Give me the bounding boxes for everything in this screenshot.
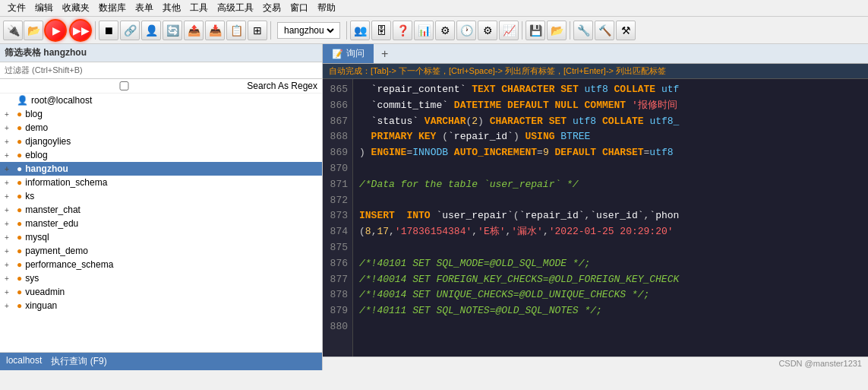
sidebar-item-djangoylies[interactable]: + ● djangoylies [0, 135, 322, 148]
tab-localhost[interactable]: localhost [6, 355, 42, 368]
sidebar-item-hangzhou[interactable]: + ● hangzhou [0, 162, 322, 176]
db-icon: ● [17, 246, 22, 256]
sidebar-item-eblog[interactable]: + ● eblog [0, 148, 322, 162]
user-mgr-btn[interactable]: 👥 [350, 21, 370, 40]
sidebar-item-payment-demo[interactable]: + ● payment_demo [0, 244, 322, 258]
db-icon: ● [17, 191, 22, 201]
new-connection-btn[interactable]: 🔌 [3, 21, 23, 40]
code-editor[interactable]: 865 866 867 868 869 870 871 872 873 874 … [323, 79, 868, 357]
open-btn[interactable]: 📂 [24, 21, 43, 40]
sidebar-item-vueadmin[interactable]: + ● vueadmin [0, 285, 322, 299]
play-all-icon: ▶▶ [73, 24, 90, 36]
sidebar-item-label: root@localhost [31, 95, 92, 106]
menu-advanced[interactable]: 高级工具 [213, 0, 258, 16]
bottom-status: CSDN @manster1231 [323, 357, 868, 370]
schema-btn[interactable]: 🗄 [371, 21, 391, 40]
code-line-880 [359, 319, 862, 335]
stop-btn[interactable]: ⏹ [99, 21, 118, 40]
expand-icon: + [5, 261, 14, 269]
sidebar-item-root[interactable]: 👤 root@localhost [0, 94, 322, 107]
menu-window[interactable]: 窗口 [286, 0, 313, 16]
sidebar-search: Search As Regex [0, 79, 322, 94]
sep3 [346, 21, 347, 40]
menu-table[interactable]: 表单 [131, 0, 158, 16]
backup-btn[interactable]: 💾 [526, 21, 545, 40]
code-line-878: /*!40014 SET UNIQUE_CHECKS=@OLD_UNIQUE_C… [359, 287, 862, 303]
menu-file[interactable]: 文件 [3, 0, 30, 16]
table-btn[interactable]: 📋 [226, 21, 246, 40]
grid-btn[interactable]: ⊞ [248, 21, 267, 40]
search-regex-checkbox[interactable] [5, 81, 244, 90]
monitor-btn[interactable]: 📈 [499, 21, 519, 40]
menu-transaction[interactable]: 交易 [258, 0, 286, 16]
menu-other[interactable]: 其他 [158, 0, 185, 16]
autocomplete-text: 自动完成：[Tab]-> 下一个标签，[Ctrl+Space]-> 列出所有标签… [329, 66, 666, 75]
sidebar-item-blog[interactable]: + ● blog [0, 107, 322, 121]
menu-edit[interactable]: 编辑 [30, 0, 58, 16]
extra1-btn[interactable]: 🔧 [573, 21, 593, 40]
editor-tab-bar: 📝 询问 + [323, 44, 868, 64]
refresh-btn[interactable]: 🔄 [163, 21, 182, 40]
code-line-876: /*!40101 SET SQL_MODE=@OLD_SQL_MODE */; [359, 256, 862, 272]
line-num-871: 871 [327, 177, 348, 193]
sidebar-item-performance-schema[interactable]: + ● performance_schema [0, 258, 322, 271]
tab-query-label: 询问 [346, 47, 365, 60]
history-btn[interactable]: 🕐 [456, 21, 476, 40]
sidebar-item-sys[interactable]: + ● sys [0, 271, 322, 285]
sidebar-item-manster-chat[interactable]: + ● manster_chat [0, 203, 322, 217]
sidebar-item-label: eblog [25, 150, 47, 160]
sidebar-item-ks[interactable]: + ● ks [0, 189, 322, 203]
run-query-btn[interactable]: ▶ [44, 19, 67, 42]
sidebar-item-demo[interactable]: + ● demo [0, 121, 322, 135]
tab-query[interactable]: 📝 询问 [323, 44, 374, 63]
export-btn[interactable]: 📤 [184, 21, 204, 40]
tab-execute[interactable]: 执行查询 (F9) [51, 355, 106, 368]
sidebar-item-label: information_schema [25, 177, 107, 188]
sidebar-item-label: ks [25, 191, 34, 201]
run-all-btn[interactable]: ▶▶ [69, 19, 92, 42]
import-btn[interactable]: 📥 [205, 21, 225, 40]
line-num-869: 869 [327, 145, 348, 161]
line-num-870: 870 [327, 161, 348, 177]
sidebar-item-label: xinguan [25, 300, 57, 311]
db-selector[interactable]: hangzhou blog demo mysql [277, 22, 340, 39]
play-icon: ▶ [52, 24, 61, 36]
restore-btn[interactable]: 📂 [547, 21, 567, 40]
sidebar-item-label: manster_chat [25, 205, 80, 215]
db-icon: ● [17, 218, 22, 229]
sidebar-item-label: demo [25, 122, 48, 133]
query-btn[interactable]: ❓ [393, 21, 412, 40]
sep2 [270, 21, 271, 40]
analyze-btn[interactable]: 📊 [414, 21, 434, 40]
search-regex-label: Search As Regex [247, 81, 317, 91]
extra3-btn[interactable]: ⚒ [616, 21, 636, 40]
code-line-874: (8,17,'17836154384','E栋','漏水','2022-01-2… [359, 224, 862, 240]
line-num-873: 873 [327, 208, 348, 224]
expand-icon: + [5, 274, 14, 283]
code-line-879: /*!40111 SET SQL_NOTES=@OLD_SQL_NOTES */… [359, 303, 862, 319]
optimize-btn[interactable]: ⚙ [435, 21, 455, 40]
connect-btn[interactable]: 🔗 [120, 21, 140, 40]
menu-tools[interactable]: 工具 [185, 0, 213, 16]
sidebar-item-information-schema[interactable]: + ● information_schema [0, 176, 322, 189]
query-icon: 📝 [332, 49, 343, 59]
sidebar-item-xinguan[interactable]: + ● xinguan [0, 299, 322, 312]
menu-database[interactable]: 数据库 [94, 0, 131, 16]
menu-favorites[interactable]: 收藏夹 [58, 0, 94, 16]
user-btn[interactable]: 👤 [141, 21, 161, 40]
extra2-btn[interactable]: 🔨 [595, 21, 614, 40]
expand-icon: + [5, 302, 14, 310]
menu-help[interactable]: 帮助 [313, 0, 340, 16]
toolbar: 🔌 📂 ▶ ▶▶ ⏹ 🔗 👤 🔄 📤 📥 📋 ⊞ hangzhou blog d… [0, 17, 868, 44]
sidebar-item-mysql[interactable]: + ● mysql [0, 230, 322, 244]
expand-icon: + [5, 179, 14, 187]
code-content[interactable]: `repair_content` TEXT CHARACTER SET utf8… [353, 79, 868, 357]
code-line-871: /*Data for the table `user_repair` */ [359, 177, 862, 193]
tab-add[interactable]: + [374, 44, 396, 64]
db-icon: ● [17, 163, 22, 174]
db-select[interactable]: hangzhou blog demo mysql [281, 24, 336, 36]
sidebar: 筛选表格 hangzhou 过滤器 (Ctrl+Shift+B) Search … [0, 44, 323, 370]
settings-btn[interactable]: ⚙ [478, 21, 497, 40]
sidebar-item-manster-edu[interactable]: + ● manster_edu [0, 217, 322, 230]
line-num-875: 875 [327, 240, 348, 256]
